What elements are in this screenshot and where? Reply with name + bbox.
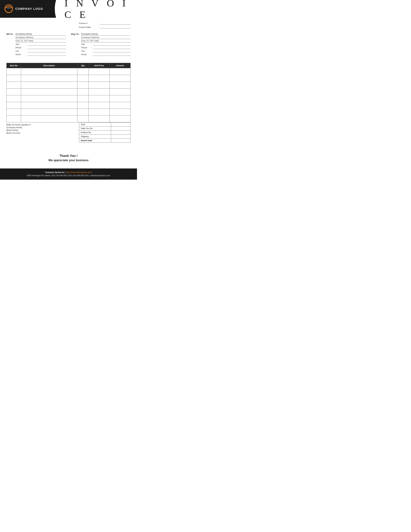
- invoice-date-row: Invoice Date :: [79, 26, 131, 28]
- cell-unit-price[interactable]: [89, 68, 110, 75]
- cell-qty[interactable]: [77, 75, 89, 82]
- ship-to-attn-row: Attn :: [81, 43, 131, 46]
- cell-item-no[interactable]: [7, 88, 21, 95]
- header-curve-divider: [55, 0, 65, 18]
- ship-to-email-field[interactable]: [93, 53, 131, 56]
- col-amount: Amount: [110, 63, 131, 68]
- state-tax-label: State Tax 3%: [79, 127, 111, 130]
- cell-amount[interactable]: [110, 102, 131, 109]
- ship-to-address[interactable]: [Company Address]: [81, 36, 131, 39]
- cell-description[interactable]: [21, 109, 77, 116]
- cell-qty[interactable]: [77, 95, 89, 102]
- cell-unit-price[interactable]: [89, 109, 110, 116]
- cell-description[interactable]: [21, 116, 77, 122]
- cell-unit-price[interactable]: [89, 102, 110, 109]
- table-row[interactable]: [7, 75, 131, 82]
- ship-to-company[interactable]: [Company Name]: [81, 33, 131, 36]
- bill-to-phone-field[interactable]: [28, 47, 66, 49]
- cell-item-no[interactable]: [7, 109, 21, 116]
- cell-description[interactable]: [21, 88, 77, 95]
- cell-description[interactable]: [21, 95, 77, 102]
- grand-total-row: Grand Total: [79, 139, 131, 143]
- checks-payable-label: Make all checks payable to :: [6, 124, 79, 126]
- ship-to-phone-colon: :: [90, 47, 93, 49]
- table-row[interactable]: [7, 116, 131, 122]
- bill-to-email-field[interactable]: [28, 53, 66, 56]
- cell-description[interactable]: [21, 102, 77, 109]
- total-value[interactable]: [111, 123, 131, 126]
- items-table: Item No Description Qty Unit Price Amoun…: [6, 63, 131, 122]
- cell-item-no[interactable]: [7, 116, 21, 122]
- cell-amount[interactable]: [110, 116, 131, 122]
- cell-item-no[interactable]: [7, 68, 21, 75]
- invoice-date-field[interactable]: [100, 26, 131, 28]
- cell-description[interactable]: [21, 68, 77, 75]
- thank-you-line2: We appreciate your business: [6, 159, 131, 162]
- table-row[interactable]: [7, 82, 131, 88]
- bill-to-city-zip[interactable]: [City, ST, ZIP Code]: [16, 40, 66, 42]
- total-row: Total: [79, 122, 131, 127]
- ship-to-city-zip[interactable]: [City, ST, ZIP Code]: [81, 40, 131, 42]
- cell-item-no[interactable]: [7, 95, 21, 102]
- table-row[interactable]: [7, 109, 131, 116]
- col-unit-price: Unit Price: [89, 63, 110, 68]
- cell-item-no[interactable]: [7, 75, 21, 82]
- cell-item-no[interactable]: [7, 82, 21, 88]
- cell-unit-price[interactable]: [89, 95, 110, 102]
- footer-fax: 555-555-4321: [77, 174, 89, 177]
- logo-icon: [4, 4, 13, 14]
- cell-amount[interactable]: [110, 82, 131, 88]
- ship-to-attn-field[interactable]: [93, 43, 131, 46]
- invoice-number-row: Invoice # :: [79, 22, 131, 25]
- federal-tax-row: Federal Tax: [79, 131, 131, 135]
- invoice-number-colon: :: [97, 22, 100, 25]
- cell-qty[interactable]: [77, 109, 89, 116]
- cell-description[interactable]: [21, 82, 77, 88]
- bill-to-fax-field[interactable]: [28, 50, 66, 52]
- ship-to-phone-field[interactable]: [93, 47, 131, 49]
- cell-qty[interactable]: [77, 102, 89, 109]
- cell-qty[interactable]: [77, 82, 89, 88]
- ship-to-label: Ship To :: [71, 33, 80, 35]
- cell-unit-price[interactable]: [89, 75, 110, 82]
- footer-address: 8030 Harrington Rd, Miami, USA: [27, 174, 55, 177]
- footer-line2: 8030 Harrington Rd, Miami, USA | Ph 555-…: [3, 174, 134, 177]
- cell-qty[interactable]: [77, 116, 89, 122]
- shipping-label: Shipping: [79, 135, 111, 139]
- state-tax-row: State Tax 3%: [79, 127, 131, 131]
- cell-qty[interactable]: [77, 68, 89, 75]
- cell-unit-price[interactable]: [89, 82, 110, 88]
- summary-table: Total State Tax 3% Federal Tax Shipping …: [79, 122, 131, 143]
- cell-unit-price[interactable]: [89, 116, 110, 122]
- cell-amount[interactable]: [110, 68, 131, 75]
- bill-to-block: Bill To : [Company Name] [Company Addres…: [6, 33, 66, 57]
- shipping-value[interactable]: [111, 135, 131, 139]
- cell-amount[interactable]: [110, 75, 131, 82]
- table-row[interactable]: [7, 95, 131, 102]
- table-row[interactable]: [7, 102, 131, 109]
- cell-amount[interactable]: [110, 88, 131, 95]
- footer-company-name: Company System Inc: [45, 171, 65, 173]
- footer-website[interactable]: http://freewordtemplates.net/: [66, 171, 91, 173]
- cell-unit-price[interactable]: [89, 88, 110, 95]
- footer-line1: Company System Inc | http://freewordtemp…: [3, 171, 134, 174]
- logo-area: COMPANY LOGO: [0, 0, 55, 18]
- bill-to-attn-field[interactable]: [28, 43, 66, 46]
- grand-total-value[interactable]: [111, 139, 131, 142]
- table-row[interactable]: [7, 88, 131, 95]
- federal-tax-value[interactable]: [111, 131, 131, 134]
- footer-phone-number: 555-555-1234: [59, 174, 72, 177]
- cell-amount[interactable]: [110, 109, 131, 116]
- invoice-number-field[interactable]: [100, 22, 131, 25]
- bill-to-company[interactable]: [Company Name]: [16, 33, 66, 36]
- ship-to-fax-label: Fax: [81, 50, 90, 52]
- table-row[interactable]: [7, 68, 131, 75]
- cell-item-no[interactable]: [7, 102, 21, 109]
- cell-description[interactable]: [21, 75, 77, 82]
- bill-to-label: Bill To :: [6, 33, 14, 35]
- cell-qty[interactable]: [77, 88, 89, 95]
- state-tax-value[interactable]: [111, 127, 131, 130]
- cell-amount[interactable]: [110, 95, 131, 102]
- bill-to-address[interactable]: [Company Address]: [16, 36, 66, 39]
- ship-to-fax-field[interactable]: [93, 50, 131, 52]
